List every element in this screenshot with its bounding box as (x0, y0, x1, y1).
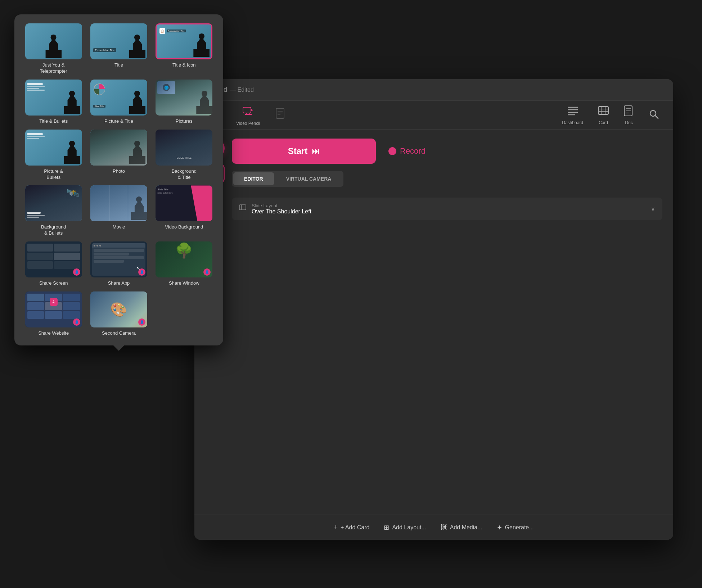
tab-editor[interactable]: EDITOR (233, 172, 274, 185)
layout-title-icon-label: Title & Icon (172, 62, 196, 68)
video-pencil-label: Video Pencil (236, 121, 260, 126)
layout-title-bullets[interactable]: Title & Bullets (23, 80, 84, 125)
layout-second-camera-label: Second Camera (102, 330, 136, 336)
nav-item-search[interactable] (645, 107, 662, 123)
nav-item-card[interactable]: Card (594, 103, 613, 127)
slide-layout-info: Slide Layout Over The Shoulder Left (252, 203, 645, 215)
layout-grid-row2: A 👤 Share Website 🎨 👤 Second Camera (23, 291, 214, 336)
add-card-item[interactable]: + + Add Card (334, 524, 369, 531)
slide-layout-value: Over The Shoulder Left (252, 208, 645, 215)
layout-share-website-label: Share Website (38, 330, 69, 336)
extra-icon (275, 108, 285, 123)
layout-title-label: Title (114, 62, 123, 68)
record-button[interactable]: Record (383, 143, 431, 159)
doc-icon (624, 105, 634, 119)
main-right: Shoot Video Pe (194, 101, 673, 540)
slide-layout-row[interactable]: Slide Layout Over The Shoulder Left ∨ (232, 198, 662, 220)
layout-share-screen[interactable]: 👤 Share Screen (23, 241, 84, 286)
add-layout-icon: ⊞ (384, 524, 389, 532)
generate-label: Generate... (505, 524, 534, 531)
main-window: Untitled — Edited (194, 79, 673, 540)
layout-just-you-label: Just You &Teleprompter (40, 62, 67, 74)
main-body: + + Start ⏭ Record (194, 130, 673, 540)
layout-video-background[interactable]: Slide Title Slide bullet item Video Back… (154, 185, 214, 236)
dashboard-label: Dashboard (562, 120, 583, 125)
svg-rect-8 (276, 108, 284, 118)
layout-share-website[interactable]: A 👤 Share Website (23, 291, 84, 336)
layout-pictures[interactable]: 🌐 Pictures (154, 80, 214, 125)
layout-picture-bullets[interactable]: Picture &Bullets (23, 130, 84, 181)
layout-title-bullets-label: Title & Bullets (39, 118, 68, 125)
layout-just-you[interactable]: Just You &Teleprompter (23, 23, 84, 74)
layout-share-app[interactable]: ↖ 👤 Share App (89, 241, 149, 286)
main-content: Shoot Video Pe (194, 101, 673, 540)
record-dot (388, 147, 396, 155)
layout-picker-panel: Just You &Teleprompter Presentation Titl… (14, 14, 223, 345)
layout-background-title-label: Background& Title (172, 168, 197, 181)
layout-title-icon[interactable]: 📋 Presentation Title Title & Icon (154, 23, 214, 74)
add-card-label: + Add Card (341, 524, 370, 531)
titlebar: Untitled — Edited (194, 79, 673, 101)
dashboard-icon (567, 105, 579, 119)
layout-photo[interactable]: Photo (89, 130, 149, 181)
svg-marker-4 (251, 109, 253, 112)
generate-icon: ✦ (497, 524, 502, 532)
layout-background-bullets[interactable]: 🛰️ Background& Bullets (23, 185, 84, 236)
chevron-down-icon: ∨ (651, 205, 655, 212)
layout-picture-title[interactable]: Slide Title Picture & Title (89, 80, 149, 125)
video-pencil-icon (242, 104, 255, 119)
nav-item-video-pencil[interactable]: Video Pencil (233, 103, 264, 128)
right-area: Start ⏭ Record EDITOR VIRTUAL CAMERA (232, 139, 662, 220)
layout-background-title[interactable]: SLIDE TITLE Background& Title (154, 130, 214, 181)
layout-picture-title-label: Picture & Title (104, 118, 133, 125)
generate-item[interactable]: ✦ Generate... (497, 524, 534, 532)
user-avatar-second-camera: 👤 (138, 318, 145, 326)
layout-video-background-label: Video Background (165, 224, 203, 230)
add-layout-item[interactable]: ⊞ Add Layout... (384, 524, 426, 532)
card-icon (598, 105, 609, 119)
layout-movie-label: Movie (113, 224, 125, 230)
window-edited: — Edited (230, 87, 254, 93)
tab-virtual-camera[interactable]: VIRTUAL CAMERA (275, 172, 342, 185)
layout-share-window-label: Share Window (169, 280, 199, 286)
bottom-bar: + + Add Card ⊞ Add Layout... 🖼 Add Media… (194, 515, 673, 540)
add-media-item[interactable]: 🖼 Add Media... (441, 524, 482, 531)
start-next-icon: ⏭ (312, 146, 320, 156)
nav-item-doc[interactable]: Doc (620, 103, 638, 127)
slide-layout-icon (239, 204, 246, 213)
plus-area: + + Start ⏭ Record (205, 139, 662, 220)
user-avatar-share-window: 👤 (203, 268, 211, 276)
layout-background-bullets-label: Background& Bullets (41, 224, 66, 236)
nav-item-dashboard[interactable]: Dashboard (558, 103, 587, 127)
layout-second-camera[interactable]: 🎨 👤 Second Camera (89, 291, 149, 336)
user-avatar-share-website: 👤 (73, 318, 80, 326)
nav-item-extra[interactable] (271, 106, 289, 125)
action-row: Start ⏭ Record (232, 139, 662, 164)
svg-rect-27 (239, 205, 246, 210)
doc-label: Doc (625, 120, 633, 125)
mode-tabs: EDITOR VIRTUAL CAMERA (232, 171, 343, 187)
main-top-bar: Shoot Video Pe (194, 101, 673, 130)
svg-rect-16 (598, 107, 608, 114)
record-label: Record (400, 146, 426, 156)
layout-share-window[interactable]: 🌳 👤 Share Window (154, 241, 214, 286)
layout-share-screen-label: Share Screen (39, 280, 68, 286)
layout-photo-label: Photo (113, 168, 125, 175)
svg-rect-3 (243, 107, 251, 113)
add-layout-label: Add Layout... (392, 524, 426, 531)
start-button[interactable]: Start ⏭ (232, 139, 376, 164)
layout-movie[interactable]: Movie (89, 185, 149, 236)
layout-share-app-label: Share App (108, 280, 130, 286)
card-label: Card (599, 120, 608, 125)
layout-title[interactable]: Presentation Title Title (89, 23, 149, 74)
user-avatar-share-screen: 👤 (73, 268, 80, 276)
add-card-icon: + (334, 524, 338, 531)
search-icon (649, 109, 659, 121)
layout-grid-empty (154, 291, 214, 336)
svg-line-26 (655, 116, 658, 118)
slide-layout-label: Slide Layout (252, 203, 645, 208)
add-media-icon: 🖼 (441, 524, 447, 531)
add-media-label: Add Media... (450, 524, 482, 531)
nav-items-right: Dashboard Card (558, 103, 662, 127)
layout-pictures-label: Pictures (176, 118, 193, 125)
